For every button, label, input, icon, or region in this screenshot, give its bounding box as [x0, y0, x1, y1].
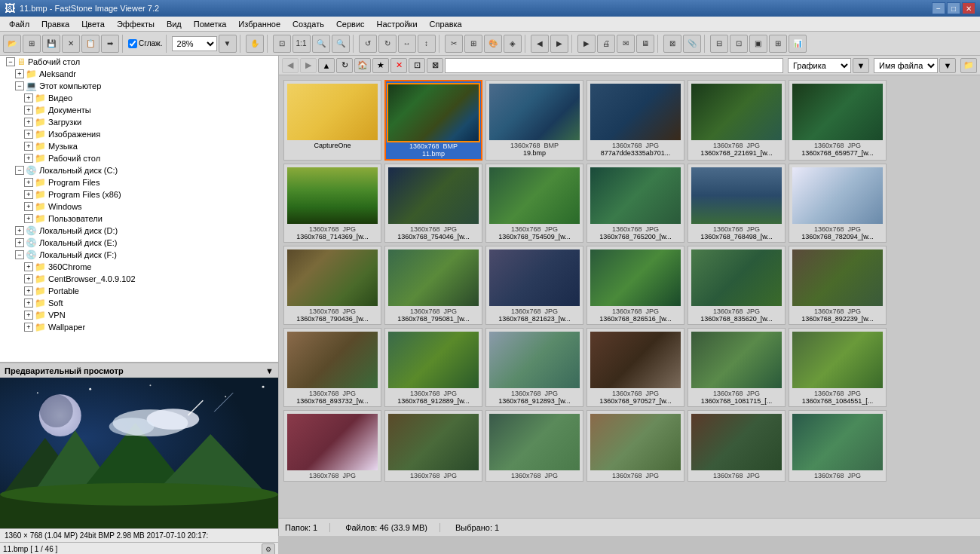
thumb-790436[interactable]: 1360x768 JPG 1360x768_790436_[w... — [283, 246, 381, 325]
browse-button[interactable]: 📁 — [960, 58, 977, 73]
thumb-821623[interactable]: 1360x768 JPG 1360x768_821623_[w... — [485, 246, 583, 325]
menu-help[interactable]: Справка — [424, 18, 468, 30]
tree-item-drive-e[interactable]: + 💿 Локальный диск (E:) — [0, 237, 278, 249]
tree-item-downloads[interactable]: + 📁 Загрузки — [0, 116, 278, 128]
expand-wallpaper[interactable]: + — [24, 323, 33, 332]
expand-drive-e[interactable]: + — [15, 238, 24, 247]
zoom-out-button[interactable]: 🔍 — [332, 35, 350, 53]
thumb-835620[interactable]: 1360x768 JPG 1360x768_835620_[w... — [688, 246, 786, 325]
expand-soft[interactable]: + — [24, 298, 33, 308]
open-button[interactable]: 📂 — [3, 35, 21, 53]
slideshow-button[interactable]: ▶ — [577, 35, 596, 53]
thumb-221691[interactable]: 1360x768 JPG 1360x768_221691_[w... — [688, 80, 786, 161]
thumb-extra4[interactable]: 1360x768 JPG — [586, 410, 684, 482]
expand-drive-c[interactable]: − — [15, 166, 24, 175]
clipboard-button[interactable]: 📎 — [683, 35, 701, 53]
expand-windows[interactable]: + — [24, 202, 33, 211]
sort-select[interactable]: Имя файла Дата Размер — [874, 58, 938, 73]
thumb-view-button[interactable]: ⊞ — [23, 35, 41, 53]
tree-item-360chrome[interactable]: + 📁 360Chrome — [0, 261, 278, 273]
delete-button[interactable]: ✕ — [62, 35, 80, 53]
extra4-button[interactable]: ⊞ — [769, 35, 787, 53]
thumbnail-area[interactable]: CaptureOne 1360x768 BMP 11.bmp 1360x768 … — [279, 75, 980, 518]
thumb-19bmp[interactable]: 1360x768 BMP 19.bmp — [485, 80, 583, 161]
tree-item-drive-f[interactable]: − 💿 Локальный диск (F:) — [0, 249, 278, 261]
expand-centbrowser[interactable]: + — [24, 274, 33, 283]
thumb-extra1[interactable]: 1360x768 JPG — [283, 410, 381, 482]
view-type-select[interactable]: Графика Все файлы — [788, 58, 851, 73]
move-button[interactable]: ➡ — [101, 35, 119, 53]
expand-drive-d[interactable]: + — [15, 226, 24, 235]
tree-item-images[interactable]: + 📁 Изображения — [0, 128, 278, 140]
zoom-dropdown-button[interactable]: ▼ — [219, 35, 237, 53]
menu-tools[interactable]: Сервис — [330, 18, 371, 30]
tree-item-vpn[interactable]: + 📁 VPN — [0, 309, 278, 321]
thumb-782094[interactable]: 1360x768 JPG 1360x768_782094_[w... — [789, 164, 887, 243]
menu-file[interactable]: Файл — [3, 18, 35, 30]
thumb-1084551[interactable]: 1360x768 JPG 1360x768_1084551_[... — [789, 328, 887, 407]
extra1-button[interactable]: ⊟ — [710, 35, 728, 53]
thumb-714369[interactable]: 1360x768 JPG 1360x768_714369_[w... — [283, 164, 381, 243]
wallpaper-button[interactable]: 🖥 — [636, 35, 654, 53]
expand-images[interactable]: + — [24, 130, 33, 139]
thumb-1081715[interactable]: 1360x768 JPG 1360x768_1081715_[... — [688, 328, 786, 407]
thumb-captureone[interactable]: CaptureOne — [283, 80, 381, 161]
menu-favorites[interactable]: Избранное — [232, 18, 286, 30]
nav-favorites-button[interactable]: ★ — [372, 58, 389, 73]
crop-button[interactable]: ✂ — [445, 35, 463, 53]
copy-button[interactable]: 📋 — [81, 35, 100, 53]
actual-size-button[interactable]: 1:1 — [292, 35, 311, 53]
sharpen-button[interactable]: ◈ — [504, 35, 522, 53]
flip-v-button[interactable]: ↕ — [418, 35, 436, 53]
thumb-extra3[interactable]: 1360x768 JPG — [485, 410, 583, 482]
expand-desktop[interactable]: − — [6, 57, 15, 66]
tree-item-centbrowser[interactable]: + 📁 CentBrowser_4.0.9.102 — [0, 273, 278, 285]
hand-tool-button[interactable]: ✋ — [246, 35, 264, 53]
tree-item-docs[interactable]: + 📁 Документы — [0, 104, 278, 116]
tree-item-soft[interactable]: + 📁 Soft — [0, 297, 278, 309]
extra5-button[interactable]: 📊 — [789, 35, 807, 53]
save-button[interactable]: 💾 — [42, 35, 60, 53]
thumb-11bmp[interactable]: 1360x768 BMP 11.bmp — [384, 80, 482, 161]
tree-item-music[interactable]: + 📁 Музыка — [0, 140, 278, 152]
thumb-893732[interactable]: 1360x768 JPG 1360x768_893732_[w... — [283, 328, 381, 407]
nav-refresh-button[interactable]: ↻ — [336, 58, 353, 73]
next-button[interactable]: ▶ — [550, 35, 568, 53]
thumb-765200[interactable]: 1360x768 JPG 1360x768_765200_[w... — [586, 164, 684, 243]
tree-item-computer[interactable]: − 💻 Этот компьютер — [0, 80, 278, 92]
smooth-check-input[interactable] — [128, 39, 137, 48]
expand-pfx86[interactable]: + — [24, 190, 33, 199]
fit-window-button[interactable]: ⊡ — [273, 35, 291, 53]
zoom-select[interactable]: 28%50%75%100% — [172, 36, 217, 51]
thumb-892239[interactable]: 1360x768 JPG 1360x768_892239_[w... — [789, 246, 887, 325]
menu-view[interactable]: Вид — [161, 18, 188, 30]
tree-item-windows[interactable]: + 📁 Windows — [0, 200, 278, 213]
tree-item-video[interactable]: + 📁 Видео — [0, 92, 278, 104]
thumb-extra5[interactable]: 1360x768 JPG — [688, 410, 786, 482]
nav-back-button[interactable]: ◀ — [282, 58, 299, 73]
resize-button[interactable]: ⊞ — [464, 35, 482, 53]
menu-colors[interactable]: Цвета — [75, 18, 111, 30]
thumb-877a[interactable]: 1360x768 JPG 877a7dde3335ab701... — [586, 80, 684, 161]
expand-computer[interactable]: − — [15, 81, 24, 90]
tree-item-desktop[interactable]: − 🖥 Рабочий стол — [0, 56, 278, 68]
expand-360chrome[interactable]: + — [24, 262, 33, 271]
thumb-extra2[interactable]: 1360x768 JPG — [384, 410, 482, 482]
expand-video[interactable]: + — [24, 93, 33, 103]
nav-home-button[interactable]: 🏠 — [354, 58, 371, 73]
folder-tree[interactable]: − 🖥 Рабочий стол + 📁 Aleksandr − 💻 Этот … — [0, 56, 278, 363]
extra3-button[interactable]: ▣ — [749, 35, 767, 53]
print-button[interactable]: 🖨 — [597, 35, 615, 53]
preview-collapse-icon[interactable]: ▼ — [265, 366, 274, 375]
expand-desktop2[interactable]: + — [24, 154, 33, 163]
close-button[interactable]: ✕ — [962, 2, 975, 14]
expand-drive-f[interactable]: − — [15, 250, 24, 259]
view-type-dropdown-button[interactable]: ▼ — [853, 58, 869, 73]
thumb-912893[interactable]: 1360x768 JPG 1360x768_912893_[w... — [485, 328, 583, 407]
expand-portable[interactable]: + — [24, 286, 33, 295]
menu-effects[interactable]: Эффекты — [111, 18, 161, 30]
expand-aleksandr[interactable]: + — [15, 69, 24, 78]
rotate-right-button[interactable]: ↻ — [378, 35, 397, 53]
prev-button[interactable]: ◀ — [531, 35, 549, 53]
tree-item-aleksandr[interactable]: + 📁 Aleksandr — [0, 68, 278, 80]
